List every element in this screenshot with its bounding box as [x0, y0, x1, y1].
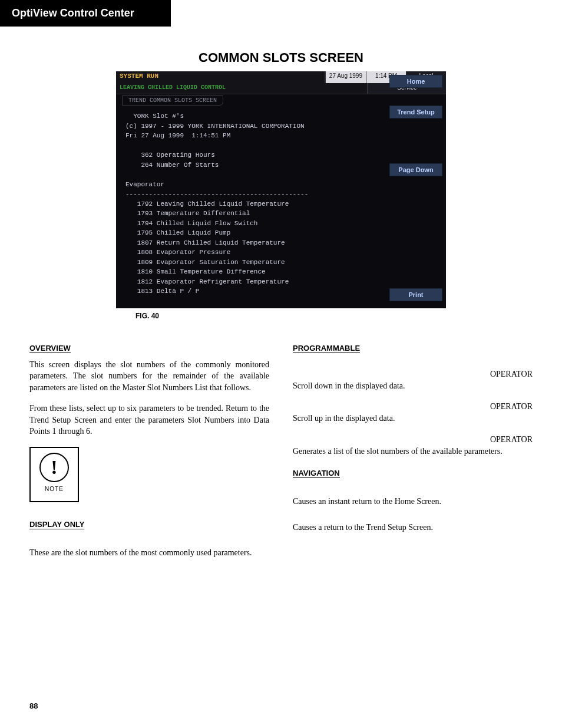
header-band: OptiView Control Center: [0, 0, 171, 27]
page-title: COMMON SLOTS SCREEN: [29, 50, 533, 65]
page-down-button[interactable]: Page Down: [389, 163, 442, 176]
breadcrumb: TREND COMMON SLOTS SCREEN: [122, 95, 223, 106]
operator-role-3: OPERATOR: [293, 435, 533, 444]
operator-role-1: OPERATOR: [293, 370, 533, 379]
system-status: SYSTEM RUN: [116, 71, 325, 83]
overview-paragraph-1: This screen displays the slot numbers of…: [29, 359, 269, 394]
programmable-heading: PROGRAMMABLE: [293, 344, 360, 353]
system-details: LEAVING CHILLED LIQUID CONTROL: [116, 83, 368, 94]
programmable-desc-3: Generates a list of the slot numbers of …: [293, 446, 533, 457]
home-button[interactable]: Home: [389, 75, 442, 88]
navigation-heading: NAVIGATION: [293, 469, 340, 478]
left-column: OVERVIEW This screen displays the slot n…: [29, 338, 269, 568]
navigation-desc-2: Causes a return to the Trend Setup Scree…: [293, 522, 533, 533]
right-column: PROGRAMMABLE OPERATOR Scroll down in the…: [293, 338, 533, 568]
overview-heading: OVERVIEW: [29, 344, 71, 353]
navigation-desc-1: Causes an instant return to the Home Scr…: [293, 496, 533, 508]
operator-role-2: OPERATOR: [293, 402, 533, 411]
trend-setup-button[interactable]: Trend Setup: [389, 106, 442, 118]
page-number: 88: [29, 701, 38, 710]
programmable-desc-2: Scroll up in the displayed data.: [293, 413, 533, 424]
display-only-paragraph: These are the slot numbers of the most c…: [29, 547, 269, 559]
screen-body-text: YORK Slot #'s (c) 1997 - 1999 YORK INTER…: [116, 106, 387, 302]
screenshot-figure: SYSTEM RUN 27 Aug 1999 1:14 PM Local LEA…: [29, 71, 533, 308]
optiview-screenshot: SYSTEM RUN 27 Aug 1999 1:14 PM Local LEA…: [116, 71, 446, 308]
note-box: ! NOTE: [29, 447, 79, 502]
product-name: OptiView Control Center: [12, 7, 134, 19]
display-only-heading: DISPLAY ONLY: [29, 520, 84, 529]
overview-paragraph-2: From these lists, select up to six param…: [29, 403, 269, 437]
date-cell: 27 Aug 1999: [325, 71, 366, 83]
programmable-desc-1: Scroll down in the displayed data.: [293, 380, 533, 392]
figure-label: FIG. 40: [135, 312, 533, 320]
note-label: NOTE: [45, 486, 64, 492]
print-button[interactable]: Print: [389, 288, 442, 301]
exclamation-icon: !: [39, 453, 69, 482]
